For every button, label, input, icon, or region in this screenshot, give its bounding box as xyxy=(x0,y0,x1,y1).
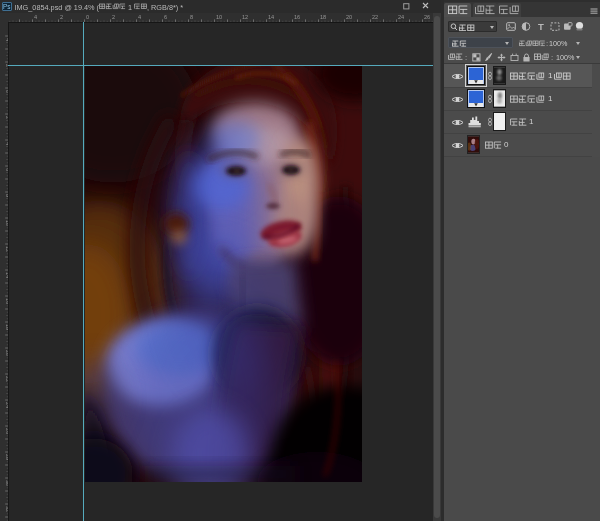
svg-text:16: 16 xyxy=(294,14,300,20)
svg-text:0: 0 xyxy=(5,90,8,93)
svg-text:6: 6 xyxy=(5,168,8,171)
svg-text:22: 22 xyxy=(372,14,378,20)
svg-text:2: 2 xyxy=(5,116,8,119)
svg-text:6: 6 xyxy=(164,14,167,20)
svg-text:4: 4 xyxy=(34,14,37,20)
svg-text:4: 4 xyxy=(5,38,8,41)
svg-text:24: 24 xyxy=(398,14,404,20)
svg-text:8: 8 xyxy=(190,14,193,20)
svg-text:4: 4 xyxy=(5,142,8,145)
svg-text:26: 26 xyxy=(424,14,430,20)
svg-text:20: 20 xyxy=(346,14,352,20)
svg-text:4: 4 xyxy=(138,14,141,20)
svg-text:2: 2 xyxy=(112,14,115,20)
svg-text:10: 10 xyxy=(216,14,222,20)
svg-text:2: 2 xyxy=(60,14,63,20)
svg-text:0: 0 xyxy=(86,14,89,20)
svg-text:14: 14 xyxy=(268,14,274,20)
svg-text:12: 12 xyxy=(242,14,248,20)
svg-text:18: 18 xyxy=(320,14,326,20)
svg-text:8: 8 xyxy=(5,194,8,197)
